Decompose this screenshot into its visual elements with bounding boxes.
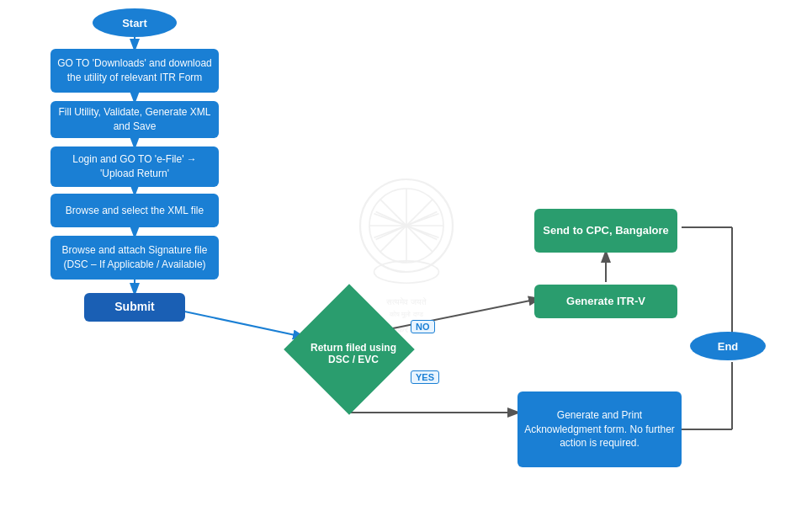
- submit-box[interactable]: Submit: [84, 293, 185, 322]
- no-label: NO: [411, 320, 435, 333]
- end-node: End: [690, 332, 766, 360]
- send-cpc-box: Send to CPC, Bangalore: [534, 209, 677, 253]
- svg-line-20: [177, 310, 303, 337]
- step5-box: Browse and attach Signature file (DSC – …: [50, 236, 219, 280]
- step1-box: GO TO 'Downloads' and download the utili…: [50, 49, 219, 93]
- step5-label: Browse and attach Signature file (DSC – …: [57, 243, 212, 272]
- submit-label: Submit: [114, 299, 154, 316]
- send-cpc-label: Send to CPC, Bangalore: [543, 223, 669, 238]
- no-text: NO: [416, 322, 430, 332]
- generate-itrv-label: Generate ITR-V: [566, 294, 645, 309]
- start-label: Start: [122, 17, 147, 29]
- step2-label: Fill Utility, Validate, Generate XML and…: [57, 105, 212, 134]
- step4-box: Browse and select the XML file: [50, 194, 219, 227]
- generate-print-box: Generate and Print Acknowledgment form. …: [517, 391, 682, 467]
- decision-label: Return filed using DSC / EVC: [303, 342, 404, 365]
- step4-label: Browse and select the XML file: [66, 204, 204, 218]
- decision-diamond: Return filed using DSC / EVC: [299, 299, 400, 400]
- start-node: Start: [93, 8, 177, 37]
- step3-box: Login and GO TO 'e-File' → 'Upload Retur…: [50, 146, 219, 187]
- end-label: End: [718, 340, 739, 353]
- generate-print-label: Generate and Print Acknowledgment form. …: [524, 408, 675, 450]
- flowchart-container: सत्यमेव जयते कोष मूलो दण्ड आयकर विभाग: [0, 0, 812, 506]
- step2-box: Fill Utility, Validate, Generate XML and…: [50, 101, 219, 138]
- step3-label: Login and GO TO 'e-File' → 'Upload Retur…: [57, 152, 212, 181]
- generate-itrv-box: Generate ITR-V: [534, 285, 677, 318]
- step1-label: GO TO 'Downloads' and download the utili…: [57, 56, 212, 85]
- yes-text: YES: [416, 372, 434, 382]
- yes-label: YES: [411, 370, 439, 384]
